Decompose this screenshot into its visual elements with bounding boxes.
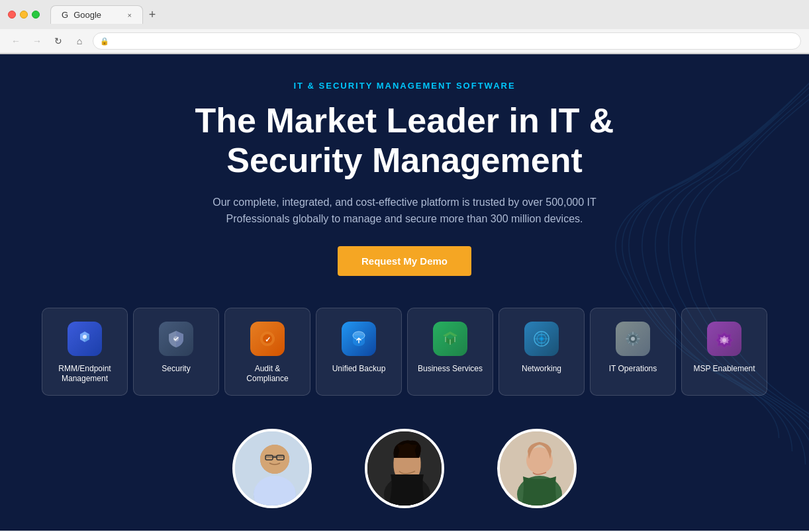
- msp-icon: [707, 322, 741, 356]
- business-icon: [433, 322, 467, 356]
- feature-cards-section: RMM/Endpoint Management Security ✓: [0, 289, 809, 409]
- tab-favicon: G: [62, 10, 68, 20]
- feature-card-security[interactable]: Security: [133, 308, 219, 396]
- svg-point-13: [722, 338, 726, 342]
- feature-card-audit[interactable]: ✓ Audit & Compliance: [224, 308, 310, 396]
- hero-subtitle: Our complete, integrated, and cost-effec…: [206, 194, 603, 228]
- svg-point-0: [83, 335, 87, 339]
- feature-card-rmm[interactable]: RMM/Endpoint Management: [42, 308, 128, 396]
- business-label: Business Services: [417, 364, 483, 375]
- svg-point-17: [260, 445, 289, 474]
- rmm-icon: [68, 322, 102, 356]
- testimonial-avatar-3: [497, 429, 577, 508]
- new-tab-button[interactable]: +: [143, 5, 162, 24]
- lock-icon: 🔒: [100, 37, 109, 46]
- hero-title: The Market Leader in IT & Security Manag…: [173, 101, 636, 181]
- audit-label: Audit & Compliance: [234, 364, 301, 384]
- close-button[interactable]: [8, 11, 16, 19]
- feature-card-operations[interactable]: IT Operations: [590, 308, 676, 396]
- hero-section: IT & SECURITY MANAGEMENT SOFTWARE The Ma…: [0, 54, 809, 289]
- tab-close-button[interactable]: ×: [128, 11, 132, 19]
- demo-request-button[interactable]: Request My Demo: [338, 246, 471, 276]
- testimonial-avatar-2: [365, 429, 444, 508]
- hero-eyebrow: IT & SECURITY MANAGEMENT SOFTWARE: [13, 81, 796, 91]
- feature-card-business[interactable]: Business Services: [407, 308, 493, 396]
- website-content: IT & SECURITY MANAGEMENT SOFTWARE The Ma…: [0, 54, 809, 531]
- operations-icon: [616, 322, 650, 356]
- reload-button[interactable]: ↻: [50, 33, 66, 49]
- svg-text:✓: ✓: [265, 335, 271, 343]
- back-button[interactable]: ←: [8, 33, 24, 49]
- security-label: Security: [143, 364, 209, 375]
- feature-card-networking[interactable]: Networking: [499, 308, 585, 396]
- audit-icon: ✓: [250, 322, 285, 356]
- minimize-button[interactable]: [20, 11, 28, 19]
- feature-card-backup[interactable]: Unified Backup: [316, 308, 402, 396]
- msp-label: MSP Enablement: [691, 364, 757, 375]
- address-bar: ← → ↻ ⌂ 🔒: [0, 29, 809, 54]
- browser-tab-active[interactable]: G Google ×: [50, 5, 143, 24]
- url-bar[interactable]: 🔒: [93, 32, 801, 50]
- feature-card-msp[interactable]: MSP Enablement: [681, 308, 767, 396]
- security-icon: [159, 322, 193, 356]
- svg-point-12: [631, 337, 635, 341]
- home-button[interactable]: ⌂: [71, 33, 87, 49]
- rmm-label: RMM/Endpoint Management: [52, 364, 118, 384]
- backup-icon: [342, 322, 376, 356]
- title-bar: G Google × +: [0, 0, 809, 29]
- browser-chrome: G Google × + ← → ↻ ⌂ 🔒: [0, 0, 809, 54]
- backup-label: Unified Backup: [326, 364, 392, 375]
- networking-label: Networking: [508, 364, 575, 375]
- forward-button[interactable]: →: [29, 33, 45, 49]
- operations-label: IT Operations: [600, 364, 666, 375]
- svg-rect-21: [273, 457, 277, 458]
- networking-icon: [524, 322, 559, 356]
- testimonials-section: [0, 416, 809, 521]
- traffic-lights: [8, 11, 40, 19]
- tab-title: Google: [73, 10, 101, 20]
- testimonial-avatar-1: [232, 429, 312, 508]
- maximize-button[interactable]: [32, 11, 40, 19]
